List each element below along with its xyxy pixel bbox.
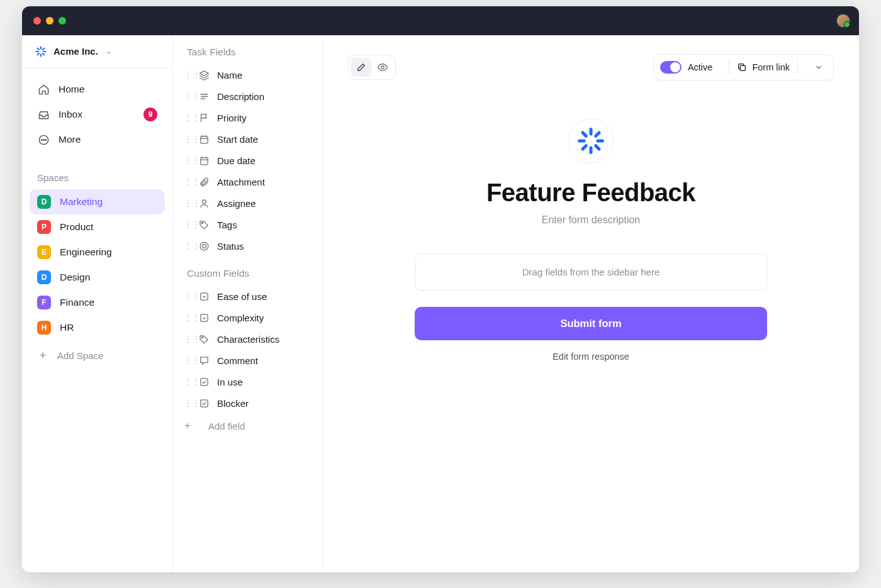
divider: [797, 60, 798, 74]
space-label: Design: [60, 272, 90, 283]
space-item-finance[interactable]: FFinance: [30, 290, 165, 315]
sidebar: Acme Inc. ⌄ Home Inbox 9 More Spaces: [22, 35, 173, 572]
space-item-design[interactable]: DDesign: [30, 265, 165, 290]
drag-handle-icon: ⋮⋮: [184, 220, 191, 229]
active-toggle-label: Active: [688, 62, 713, 72]
custom-field-characteristics[interactable]: ⋮⋮Characteristics: [173, 328, 322, 350]
custom-field-in-use[interactable]: ⋮⋮In use: [173, 371, 322, 392]
svg-rect-33: [741, 65, 746, 70]
task-field-priority[interactable]: ⋮⋮Priority: [173, 107, 322, 128]
main-area: Active Form link Feature: [323, 35, 859, 572]
plus-icon: +: [37, 349, 48, 362]
more-icon: [37, 133, 50, 146]
spaces-header: Spaces: [22, 161, 172, 189]
tag-icon: [198, 333, 210, 345]
space-item-marketing[interactable]: DMarketing: [30, 189, 165, 214]
space-icon: F: [37, 296, 51, 309]
svg-point-11: [45, 139, 46, 140]
form-dropzone[interactable]: Drag fields from the sidebar here: [415, 253, 767, 291]
space-label: Finance: [60, 297, 94, 308]
svg-line-4: [38, 48, 39, 49]
window-minimize[interactable]: [46, 17, 53, 25]
field-label: Description: [217, 91, 264, 102]
edit-response-link[interactable]: Edit form response: [415, 352, 767, 362]
svg-rect-28: [200, 314, 207, 321]
window-maximize[interactable]: [59, 17, 66, 25]
org-switcher[interactable]: Acme Inc. ⌄: [22, 35, 172, 68]
drag-handle-icon: ⋮⋮: [184, 113, 191, 122]
form-options-dropdown[interactable]: [805, 63, 827, 72]
task-field-tags[interactable]: ⋮⋮Tags: [173, 214, 322, 235]
space-item-hr[interactable]: HHR: [30, 315, 165, 340]
field-label: Assignee: [217, 198, 256, 209]
add-field-button[interactable]: + Add field: [173, 414, 322, 438]
calendar-icon: [198, 155, 210, 166]
preview-mode-tab[interactable]: [373, 58, 393, 77]
add-field-label: Add field: [208, 421, 245, 431]
layers-icon: [198, 69, 210, 80]
form-title[interactable]: Feature Feedback: [415, 179, 767, 207]
task-field-name[interactable]: ⋮⋮Name: [173, 64, 322, 86]
svg-point-32: [381, 66, 384, 69]
form-link-button[interactable]: Form link: [737, 62, 790, 72]
window-close[interactable]: [33, 17, 41, 25]
svg-line-7: [43, 48, 44, 49]
nav-inbox[interactable]: Inbox 9: [30, 102, 165, 127]
drag-handle-icon: ⋮⋮: [184, 156, 191, 165]
svg-point-10: [43, 139, 44, 140]
flag-icon: [198, 112, 210, 123]
org-logo-icon: [35, 45, 47, 58]
submit-button[interactable]: Submit form: [415, 307, 767, 340]
drag-handle-icon: ⋮⋮: [184, 199, 191, 208]
task-field-description[interactable]: ⋮⋮Description: [173, 86, 322, 107]
checkbox-icon: [198, 397, 210, 409]
custom-field-comment[interactable]: ⋮⋮Comment: [173, 350, 322, 371]
custom-field-blocker[interactable]: ⋮⋮Blocker: [173, 392, 322, 414]
task-field-status[interactable]: ⋮⋮Status: [173, 235, 322, 257]
custom-field-complexity[interactable]: ⋮⋮Complexity: [173, 307, 322, 328]
add-space-button[interactable]: + Add Space: [22, 343, 172, 369]
field-label: Start date: [217, 134, 258, 145]
field-label: Blocker: [217, 398, 249, 409]
task-field-assignee[interactable]: ⋮⋮Assignee: [173, 192, 322, 214]
task-field-start-date[interactable]: ⋮⋮Start date: [173, 128, 322, 150]
field-label: Due date: [217, 155, 255, 166]
nav-more[interactable]: More: [30, 127, 165, 152]
space-label: HR: [60, 322, 74, 333]
svg-line-5: [43, 53, 44, 55]
calendar-icon: [198, 133, 210, 145]
drag-handle-icon: ⋮⋮: [184, 313, 191, 322]
tag-icon: [198, 219, 210, 230]
field-label: Priority: [217, 113, 247, 123]
svg-point-9: [41, 139, 42, 140]
svg-line-6: [38, 53, 39, 55]
status-icon: [198, 240, 210, 252]
field-label: Tags: [217, 219, 237, 230]
titlebar: [22, 6, 859, 35]
drag-handle-icon: ⋮⋮: [184, 70, 191, 79]
field-label: Complexity: [217, 313, 264, 323]
lines-icon: [198, 91, 210, 102]
custom-field-ease-of-use[interactable]: ⋮⋮Ease of use: [173, 286, 322, 307]
copy-icon: [737, 62, 747, 72]
task-field-due-date[interactable]: ⋮⋮Due date: [173, 150, 322, 171]
form-description[interactable]: Enter form description: [415, 214, 767, 226]
drag-handle-icon: ⋮⋮: [184, 335, 191, 343]
drag-handle-icon: ⋮⋮: [184, 92, 191, 101]
inbox-icon: [37, 108, 50, 121]
form-link-label: Form link: [752, 62, 790, 72]
svg-line-40: [583, 146, 586, 149]
form-logo[interactable]: [568, 118, 614, 164]
nav-more-label: More: [59, 134, 81, 145]
svg-point-26: [202, 244, 206, 248]
space-item-engineering[interactable]: EEngineering: [30, 240, 165, 265]
user-avatar[interactable]: [836, 14, 850, 28]
field-label: Attachment: [217, 177, 265, 187]
task-field-attachment[interactable]: ⋮⋮Attachment: [173, 171, 322, 192]
nav-home[interactable]: Home: [30, 77, 165, 102]
edit-mode-tab[interactable]: [351, 58, 371, 77]
field-label: Status: [217, 241, 244, 252]
active-toggle[interactable]: [660, 61, 682, 74]
space-item-product[interactable]: PProduct: [30, 214, 165, 240]
nav-home-label: Home: [59, 84, 84, 95]
